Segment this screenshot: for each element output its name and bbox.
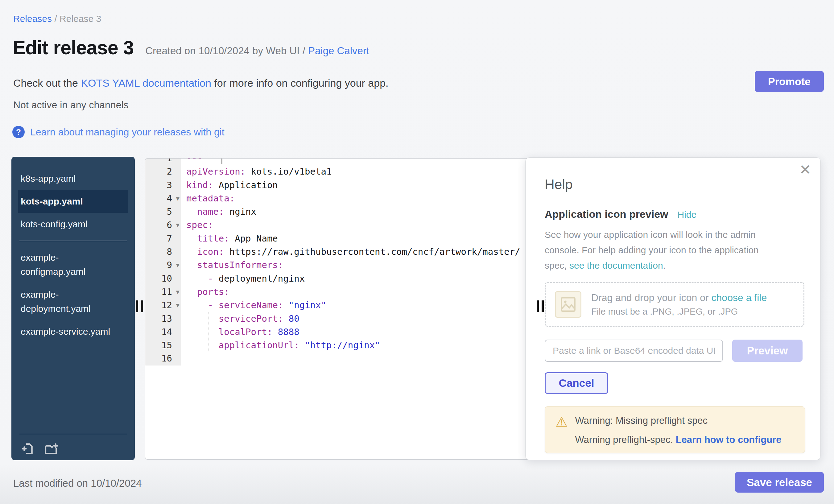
breadcrumb-current: Release 3 [60,14,101,24]
image-icon [555,291,581,318]
code-line: 3kind: Application [145,179,527,192]
file-tree-item[interactable]: example-deployment.yaml [12,283,135,320]
docs-hint: Check out the KOTS YAML documentation fo… [13,77,389,89]
code-text[interactable]: title: App Name [181,232,527,245]
help-panel-title: Help [545,177,805,192]
code-text[interactable]: statusInformers: [181,259,527,272]
line-number[interactable]: 3 [145,179,181,192]
code-text[interactable]: spec: [181,218,527,232]
fold-arrow-icon[interactable]: ▼ [176,192,179,205]
learn-how-to-configure-link[interactable]: Learn how to configure [676,434,782,445]
file-tree-item[interactable]: k8s-app.yaml [12,167,135,190]
close-icon[interactable]: ✕ [799,162,811,177]
warning-detail: Warning preflight-spec. Learn how to con… [575,434,781,445]
text-cursor [221,158,222,164]
indent-guide [208,312,208,352]
channel-status: Not active in any channels [13,99,129,111]
file-tree-item[interactable]: example-service.yaml [12,320,135,343]
created-text: Created on 10/10/2024 by Web UI / [145,45,308,57]
fold-arrow-icon[interactable]: ▼ [176,259,179,272]
line-number[interactable]: 1 [145,158,181,165]
warning-title: Warning: Missing preflight spec [575,415,781,426]
code-line: 16 [145,352,527,365]
sidebar-editor-resize-handle[interactable] [136,301,143,312]
breadcrumb-releases-link[interactable]: Releases [13,14,52,24]
git-releases-link[interactable]: Learn about managing your releases with … [30,127,224,138]
new-file-icon[interactable] [21,442,36,456]
icon-link-input[interactable] [545,339,723,362]
preview-button[interactable]: Preview [732,339,803,362]
line-number[interactable]: 16 [145,352,181,365]
page-title: Edit release 3 [13,37,134,59]
fold-arrow-icon[interactable]: ▼ [176,299,179,312]
editor-help-resize-handle[interactable] [537,301,544,312]
promote-button[interactable]: Promote [755,71,824,92]
preflight-warning: ⚠ Warning: Missing preflight spec Warnin… [545,406,805,453]
line-number[interactable]: 8 [145,245,181,259]
line-number[interactable]: 7 [145,232,181,245]
docs-hint-suffix: for more info on configuring your app. [211,77,389,89]
line-number[interactable]: 15 [145,339,181,352]
file-tree-item[interactable]: kots-config.yaml [12,213,135,236]
docs-hint-prefix: Check out the [13,77,81,89]
line-number[interactable]: 12▼ [145,299,181,312]
line-number[interactable]: 14 [145,325,181,339]
file-tree-item[interactable]: example-configmap.yaml [12,246,135,283]
code-line: 5 name: nginx [145,205,527,218]
line-number[interactable]: 13 [145,312,181,325]
code-text[interactable]: name: nginx [181,205,527,218]
help-panel: ✕ Help Application icon preview Hide See… [525,157,821,460]
kots-yaml-docs-link[interactable]: KOTS YAML documentation [81,77,211,89]
code-line: 6▼spec: [145,218,527,232]
code-text[interactable]: --- [181,158,527,165]
edit-release-page: Releases / Release 3 Edit release 3 Crea… [0,0,834,504]
dropzone-requirements: File must be a .PNG, .JPEG, or .JPG [591,307,767,317]
code-text[interactable]: - serviceName: "nginx" [181,299,527,312]
code-text[interactable]: metadata: [181,192,527,205]
save-release-button[interactable]: Save release [735,472,824,492]
code-line: 15 applicationUrl: "http://nginx" [145,339,527,352]
fold-arrow-icon[interactable]: ▼ [176,285,179,299]
line-number[interactable]: 6▼ [145,218,181,232]
see-documentation-link[interactable]: see the documentation [569,260,663,270]
code-text[interactable]: servicePort: 80 [181,312,527,325]
fold-arrow-icon[interactable]: ▼ [176,218,179,232]
file-tree-divider [19,241,127,241]
code-text[interactable]: localPort: 8888 [181,325,527,339]
line-number[interactable]: 10 [145,272,181,285]
code-text[interactable]: - deployment/nginx [181,272,527,285]
code-line: 10 - deployment/nginx [145,272,527,285]
cancel-button[interactable]: Cancel [545,372,608,394]
choose-file-link[interactable]: choose a file [711,292,767,303]
last-modified-text: Last modified on 10/10/2024 [13,478,141,489]
new-folder-icon[interactable] [43,442,60,456]
line-number[interactable]: 5 [145,205,181,218]
code-line: 9▼ statusInformers: [145,259,527,272]
warning-icon: ⚠ [555,415,568,445]
icon-dropzone[interactable]: Drag and drop your icon or choose a file… [545,282,805,327]
dropzone-text: Drag and drop your icon or choose a file [591,292,767,304]
created-author-link[interactable]: Paige Calvert [308,45,369,57]
line-number[interactable]: 11▼ [145,285,181,299]
code-line: 14 localPort: 8888 [145,325,527,339]
code-text[interactable] [181,352,527,365]
code-text[interactable]: apiVersion: kots.io/v1beta1 [181,165,527,178]
code-text[interactable]: applicationUrl: "http://nginx" [181,339,527,352]
breadcrumb-separator: / [52,14,60,24]
code-text[interactable]: ports: [181,285,527,299]
icon-preview-section-title: Application icon preview [545,208,668,220]
code-line: 1--- [145,158,527,165]
code-line: 8 icon: https://raw.githubusercontent.co… [145,245,527,259]
code-text[interactable]: kind: Application [181,179,527,192]
hide-link[interactable]: Hide [678,210,697,220]
code-text[interactable]: icon: https://raw.githubusercontent.com/… [181,245,527,259]
created-info: Created on 10/10/2024 by Web UI / Paige … [145,45,369,57]
line-number[interactable]: 9▼ [145,259,181,272]
file-tree-item[interactable]: kots-app.yaml [18,190,128,213]
icon-preview-description: See how your application icon will look … [545,227,773,273]
line-number[interactable]: 4▼ [145,192,181,205]
warning-detail-text: Warning preflight-spec. [575,434,676,445]
sidebar-bottom-divider [19,434,127,434]
line-number[interactable]: 2 [145,165,181,178]
yaml-editor[interactable]: 1---2apiVersion: kots.io/v1beta13kind: A… [145,158,527,460]
